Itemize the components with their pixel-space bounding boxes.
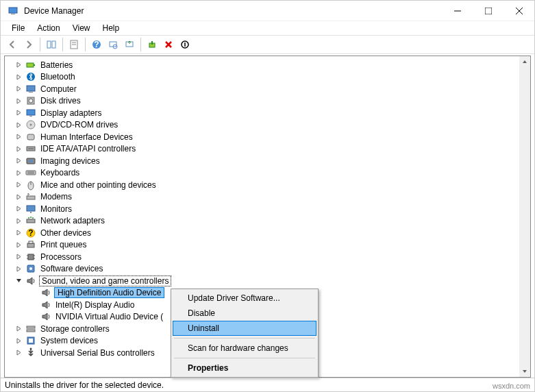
- ctx-uninstall[interactable]: Uninstall: [173, 321, 316, 336]
- tree-item-label: DVD/CD-ROM drives: [39, 120, 119, 130]
- software-icon: [25, 263, 36, 274]
- svg-rect-21: [27, 86, 35, 91]
- enable-button[interactable]: [145, 37, 160, 52]
- tree-item-label: Display adapters: [39, 108, 103, 118]
- tree-item-label: Imaging devices: [39, 156, 101, 166]
- other-icon: ?: [25, 228, 36, 238]
- expand-icon[interactable]: [14, 193, 23, 201]
- expand-icon[interactable]: [14, 336, 23, 345]
- device-category[interactable]: Software devices: [5, 263, 519, 275]
- menu-file[interactable]: File: [6, 22, 30, 34]
- tree-item-label: Processors: [39, 252, 83, 262]
- expand-icon[interactable]: [14, 109, 23, 117]
- tree-item-label: Keyboards: [39, 168, 81, 177]
- device-category[interactable]: Disk drives: [5, 95, 519, 108]
- sound-icon: [25, 275, 36, 286]
- tree-item-label: Storage controllers: [39, 324, 111, 334]
- device-category[interactable]: Monitors: [5, 203, 519, 215]
- device-category[interactable]: Keyboards: [5, 167, 519, 180]
- menu-bar: File Action View Help: [1, 21, 534, 35]
- menu-help[interactable]: Help: [97, 22, 125, 34]
- expand-icon[interactable]: [14, 181, 23, 189]
- expand-icon[interactable]: [14, 169, 23, 177]
- svg-rect-49: [29, 241, 33, 243]
- maximize-button[interactable]: [473, 1, 503, 21]
- ctx-update-driver[interactable]: Update Driver Software...: [173, 291, 316, 306]
- expand-icon[interactable]: [14, 253, 23, 261]
- tree-item-label: IDE ATA/ATAPI controllers: [39, 144, 137, 154]
- show-hide-console-button[interactable]: [44, 37, 59, 52]
- ctx-properties[interactable]: Properties: [173, 360, 316, 376]
- device-category[interactable]: Sound, video and game controllers: [5, 275, 519, 287]
- status-bar: Uninstalls the driver for the selected d…: [1, 378, 534, 391]
- device-category[interactable]: Computer: [5, 83, 519, 95]
- vertical-scrollbar[interactable]: [519, 56, 530, 377]
- update-driver-button[interactable]: [122, 37, 137, 52]
- device-category[interactable]: Print queues: [5, 239, 519, 252]
- expand-icon[interactable]: [14, 85, 23, 93]
- device-category[interactable]: Human Interface Devices: [5, 131, 519, 143]
- svg-rect-18: [27, 63, 34, 67]
- svg-text:?: ?: [28, 228, 33, 238]
- expand-icon[interactable]: [14, 349, 23, 357]
- disable-button[interactable]: [177, 37, 192, 52]
- tree-item-label: Monitors: [39, 204, 73, 214]
- device-category[interactable]: Processors: [5, 251, 519, 263]
- expand-icon[interactable]: [14, 133, 23, 141]
- device-category[interactable]: Mice and other pointing devices: [5, 179, 519, 191]
- expand-icon[interactable]: [14, 229, 23, 237]
- ctx-scan-hardware[interactable]: Scan for hardware changes: [173, 341, 316, 356]
- forward-button[interactable]: [21, 37, 36, 52]
- help-button[interactable]: ?: [89, 37, 104, 52]
- menu-action[interactable]: Action: [32, 22, 65, 34]
- tree-item-label: NVIDIA Virtual Audio Device (: [54, 312, 164, 321]
- minimize-button[interactable]: [442, 1, 473, 21]
- close-button[interactable]: [503, 1, 534, 21]
- device-category[interactable]: Display adapters: [5, 107, 519, 119]
- svg-rect-41: [30, 212, 32, 213]
- keyboard-icon: [25, 167, 36, 178]
- tree-item-label: Print queues: [39, 240, 88, 249]
- device-category[interactable]: Batteries: [5, 59, 519, 71]
- usb-icon: [25, 347, 36, 358]
- expand-icon[interactable]: [14, 121, 23, 129]
- expand-icon[interactable]: [14, 157, 23, 165]
- svg-rect-48: [27, 243, 34, 247]
- tree-item-label: Computer: [39, 84, 78, 94]
- device-category[interactable]: Bluetooth: [5, 71, 519, 84]
- uninstall-button[interactable]: [161, 37, 176, 52]
- expand-icon[interactable]: [14, 241, 23, 249]
- expand-icon[interactable]: [14, 265, 23, 273]
- svg-point-43: [28, 217, 29, 219]
- tree-item-label: Intel(R) Display Audio: [54, 300, 136, 310]
- back-button[interactable]: [5, 37, 20, 52]
- expand-icon[interactable]: [14, 97, 23, 105]
- svg-rect-50: [28, 254, 34, 260]
- speaker-icon: [40, 311, 51, 322]
- expand-icon[interactable]: [14, 217, 23, 225]
- ctx-disable[interactable]: Disable: [173, 306, 316, 321]
- expand-icon[interactable]: [14, 205, 23, 213]
- tree-item-label: Sound, video and game controllers: [39, 275, 171, 286]
- expand-icon[interactable]: [14, 73, 23, 81]
- menu-view[interactable]: View: [67, 22, 96, 34]
- device-category[interactable]: IDE ATA/ATAPI controllers: [5, 143, 519, 156]
- scroll-up-button[interactable]: [519, 56, 530, 67]
- scroll-down-button[interactable]: [519, 366, 530, 377]
- expand-icon[interactable]: [14, 325, 23, 333]
- device-category[interactable]: Network adapters: [5, 215, 519, 228]
- expand-icon[interactable]: [14, 61, 23, 69]
- device-category[interactable]: Imaging devices: [5, 155, 519, 167]
- bluetooth-icon: [25, 71, 36, 82]
- properties-button[interactable]: [66, 37, 82, 52]
- scan-hardware-button[interactable]: [105, 37, 121, 52]
- svg-rect-42: [27, 219, 35, 223]
- device-category[interactable]: ?Other devices: [5, 227, 519, 239]
- battery-icon: [25, 60, 36, 71]
- svg-rect-39: [27, 196, 35, 199]
- device-category[interactable]: Modems: [5, 191, 519, 204]
- expand-icon[interactable]: [14, 145, 23, 153]
- no-expander: [29, 301, 38, 309]
- device-category[interactable]: DVD/CD-ROM drives: [5, 119, 519, 132]
- collapse-icon[interactable]: [14, 277, 23, 285]
